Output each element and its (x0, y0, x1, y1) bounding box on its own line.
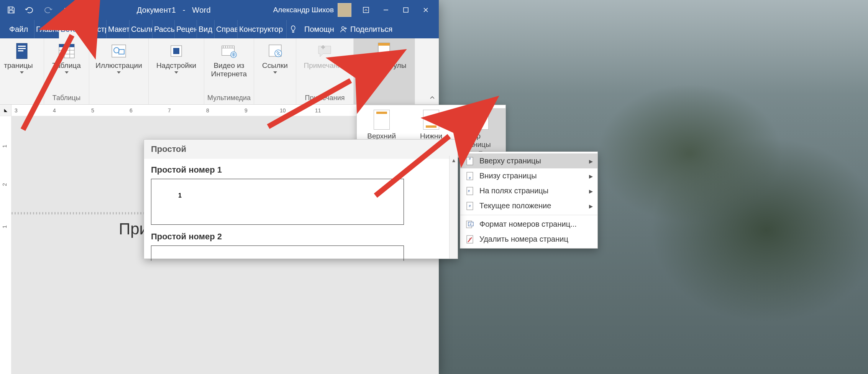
comment-button[interactable]: Примечание (302, 40, 348, 70)
gallery-section-header: Простой (144, 140, 458, 159)
qat-customize-button[interactable] (58, 2, 74, 18)
pn-page-margins[interactable]: # На полях страницы ▸ (460, 183, 597, 198)
tab-mailings[interactable]: Рассы (153, 20, 175, 38)
page-top-icon: # (466, 157, 474, 165)
group-label-comments: Примечания (299, 92, 350, 104)
chevron-down-icon (65, 71, 69, 74)
group-addins: Надстройки (149, 38, 204, 104)
pn-current-position[interactable]: # Текущее положение ▸ (460, 198, 597, 213)
maximize-button[interactable] (396, 2, 416, 18)
gallery-scrollbar[interactable]: ▴ (449, 156, 458, 259)
tell-me-icon[interactable] (287, 20, 302, 38)
tab-design[interactable]: Констр (83, 20, 107, 38)
ruler-corner (0, 105, 11, 116)
vertical-ruler[interactable]: 1 2 1 (0, 116, 11, 374)
video-icon (220, 42, 238, 60)
page-margin-icon: # (466, 187, 474, 195)
pn-bottom-of-page[interactable]: # Внизу страницы ▸ (460, 168, 597, 183)
redo-button[interactable] (40, 2, 56, 18)
tab-home[interactable]: Главна (34, 20, 59, 38)
submenu-arrow-icon: ▸ (589, 157, 593, 166)
gallery-item-2-title: Простой номер 2 (151, 232, 451, 242)
svg-rect-6 (18, 50, 23, 51)
gallery-item-1[interactable]: 1 (151, 179, 404, 225)
pn-format[interactable]: # Формат номеров страниц... (460, 217, 597, 232)
chevron-down-icon (20, 71, 24, 74)
svg-rect-19 (378, 43, 390, 46)
svg-text:#: # (469, 176, 471, 180)
addins-button[interactable]: Надстройки (154, 40, 199, 74)
ribbon-tabs: Файл Главна Вставк Констр Макет Ссылк Ра… (0, 20, 439, 38)
scroll-up-icon[interactable]: ▴ (450, 156, 458, 164)
pn-remove[interactable]: # Удалить номера страниц (460, 232, 597, 247)
group-pages: траницы (0, 38, 44, 104)
tab-assist[interactable]: Помощн (303, 20, 337, 38)
submenu-arrow-icon: ▸ (589, 201, 593, 211)
pagenumber-menu: # Вверху страницы ▸ # Внизу страницы ▸ #… (460, 152, 598, 249)
svg-text:#: # (470, 222, 472, 226)
pagenumber-button[interactable]: # Номер страницы (456, 108, 505, 155)
doc-name: Документ1 (137, 6, 176, 14)
link-icon (266, 42, 284, 60)
chevron-down-icon (117, 71, 121, 74)
group-label-tables: Таблицы (47, 92, 86, 104)
group-media: Видео из Интернета Мультимедиа (204, 38, 254, 104)
headerfooter-button[interactable]: Колонтитулы (360, 40, 409, 74)
group-label-media: Мультимедиа (207, 92, 251, 104)
window-controls (356, 2, 436, 18)
undo-button[interactable] (21, 2, 38, 18)
remove-icon: # (466, 235, 474, 244)
tab-review[interactable]: Рецен (175, 20, 197, 38)
group-tables: Таблица Таблицы (44, 38, 89, 104)
page-bottom-icon: # (466, 172, 474, 180)
gallery-item-1-title: Простой номер 1 (151, 165, 451, 175)
user-area: Александр Шихов (273, 3, 351, 17)
svg-rect-1 (404, 8, 408, 12)
ribbon-body: траницы Таблица Таблицы Иллюстрации Надс… (0, 38, 439, 105)
pn-top-of-page[interactable]: # Вверху страницы ▸ (460, 153, 597, 168)
online-video-button[interactable]: Видео из Интернета (207, 40, 251, 78)
svg-rect-5 (18, 48, 26, 49)
page-current-icon: # (466, 202, 474, 210)
page-icon (13, 42, 31, 60)
shapes-icon (110, 42, 128, 60)
chevron-down-icon (174, 71, 178, 74)
table-button[interactable]: Таблица (48, 40, 86, 74)
group-illustrations: Иллюстрации (89, 38, 149, 104)
svg-rect-13 (173, 48, 179, 54)
group-links: Ссылки (254, 38, 296, 104)
tab-view[interactable]: Вид (197, 20, 215, 38)
menu-separator (460, 215, 597, 215)
chevron-down-icon (273, 71, 277, 74)
svg-rect-4 (18, 46, 26, 47)
avatar[interactable] (338, 3, 351, 17)
svg-text:#: # (469, 157, 471, 161)
tab-insert[interactable]: Вставк (59, 20, 83, 38)
gallery-body: Простой номер 1 1 Простой номер 2 (144, 159, 458, 272)
pages-button[interactable]: траницы (3, 40, 41, 74)
links-button[interactable]: Ссылки (256, 40, 294, 74)
ribbon-options-button[interactable] (356, 2, 376, 18)
pagenumber-gallery: Простой Простой номер 1 1 Простой номер … (144, 139, 458, 259)
tab-layout[interactable]: Макет (107, 20, 130, 38)
minimize-button[interactable] (376, 2, 396, 18)
tab-references[interactable]: Ссылк (130, 20, 153, 38)
format-icon: # (466, 220, 474, 229)
window-title: Документ1 - Word (74, 6, 273, 15)
share-button[interactable]: Поделиться (338, 20, 399, 38)
tab-constructor[interactable]: Конструктор (238, 20, 287, 38)
comment-icon (316, 42, 333, 60)
tab-file[interactable]: Файл (8, 20, 34, 38)
tab-help[interactable]: Справ (215, 20, 238, 38)
gallery-item-2[interactable] (151, 245, 404, 261)
illustrations-button[interactable]: Иллюстрации (93, 40, 144, 74)
close-button[interactable] (416, 2, 436, 18)
table-icon (58, 42, 75, 60)
headerfooter-icon (375, 42, 393, 60)
collapse-ribbon-button[interactable] (428, 94, 436, 102)
group-headerfooter: Колонтитулы (354, 38, 415, 104)
save-button[interactable] (3, 2, 19, 18)
titlebar: Документ1 - Word Александр Шихов (0, 0, 439, 20)
quick-access-toolbar (3, 2, 74, 18)
group-comments: Примечание Примечания (296, 38, 354, 104)
